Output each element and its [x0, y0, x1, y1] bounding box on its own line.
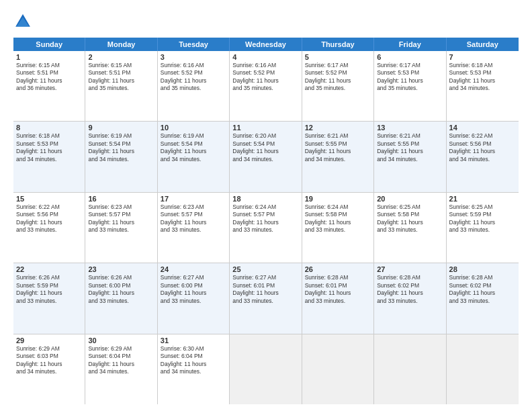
cell-info: Sunrise: 6:16 AMSunset: 5:52 PMDaylight:…: [161, 62, 226, 93]
day-number: 8: [16, 124, 82, 132]
calendar-cell-day-17: 17Sunrise: 6:23 AMSunset: 5:57 PMDayligh…: [158, 193, 230, 263]
calendar-week-2: 8Sunrise: 6:18 AMSunset: 5:53 PMDaylight…: [13, 122, 519, 192]
cell-info: Sunrise: 6:27 AMSunset: 6:00 PMDaylight:…: [161, 274, 226, 305]
cell-info: Sunrise: 6:18 AMSunset: 5:53 PMDaylight:…: [449, 62, 516, 93]
calendar-cell-day-14: 14Sunrise: 6:22 AMSunset: 5:56 PMDayligh…: [447, 122, 519, 191]
day-number: 11: [232, 124, 298, 132]
day-number: 14: [449, 124, 516, 132]
cell-info: Sunrise: 6:26 AMSunset: 6:00 PMDaylight:…: [88, 274, 154, 305]
calendar-cell-day-3: 3Sunrise: 6:16 AMSunset: 5:52 PMDaylight…: [158, 51, 230, 121]
calendar-cell-day-13: 13Sunrise: 6:21 AMSunset: 5:55 PMDayligh…: [374, 122, 446, 191]
calendar-cell-day-22: 22Sunrise: 6:26 AMSunset: 5:59 PMDayligh…: [13, 263, 85, 333]
cell-info: Sunrise: 6:15 AMSunset: 5:51 PMDaylight:…: [16, 62, 82, 93]
day-number: 1: [16, 53, 82, 61]
day-number: 25: [232, 265, 298, 273]
header-day-wednesday: Wednesday: [230, 38, 302, 51]
cell-info: Sunrise: 6:17 AMSunset: 5:53 PMDaylight:…: [377, 62, 443, 93]
cell-info: Sunrise: 6:19 AMSunset: 5:54 PMDaylight:…: [161, 132, 226, 163]
cell-info: Sunrise: 6:27 AMSunset: 6:01 PMDaylight:…: [232, 274, 298, 305]
day-number: 7: [449, 53, 516, 61]
day-number: 21: [449, 195, 516, 203]
day-number: 19: [305, 195, 371, 203]
cell-info: Sunrise: 6:24 AMSunset: 5:58 PMDaylight:…: [305, 203, 371, 234]
calendar-cell-day-15: 15Sunrise: 6:22 AMSunset: 5:56 PMDayligh…: [13, 193, 85, 263]
day-number: 3: [161, 53, 226, 61]
cell-info: Sunrise: 6:24 AMSunset: 5:57 PMDaylight:…: [232, 203, 298, 234]
calendar-cell-day-10: 10Sunrise: 6:19 AMSunset: 5:54 PMDayligh…: [158, 122, 230, 191]
empty-cell: [447, 334, 519, 404]
calendar-cell-day-9: 9Sunrise: 6:19 AMSunset: 5:54 PMDaylight…: [85, 122, 157, 191]
day-number: 16: [88, 195, 154, 203]
day-number: 2: [88, 53, 154, 61]
calendar-week-1: 1Sunrise: 6:15 AMSunset: 5:51 PMDaylight…: [13, 51, 519, 122]
calendar-cell-day-11: 11Sunrise: 6:20 AMSunset: 5:54 PMDayligh…: [230, 122, 302, 191]
cell-info: Sunrise: 6:25 AMSunset: 5:58 PMDaylight:…: [377, 203, 443, 234]
calendar-cell-day-5: 5Sunrise: 6:17 AMSunset: 5:52 PMDaylight…: [302, 51, 374, 121]
calendar-week-4: 22Sunrise: 6:26 AMSunset: 5:59 PMDayligh…: [13, 263, 519, 334]
calendar: SundayMondayTuesdayWednesdayThursdayFrid…: [13, 38, 519, 404]
calendar-cell-day-25: 25Sunrise: 6:27 AMSunset: 6:01 PMDayligh…: [230, 263, 302, 333]
cell-info: Sunrise: 6:22 AMSunset: 5:56 PMDaylight:…: [449, 132, 516, 163]
header-day-monday: Monday: [85, 38, 157, 51]
cell-info: Sunrise: 6:29 AMSunset: 6:03 PMDaylight:…: [16, 345, 82, 376]
day-number: 4: [232, 53, 298, 61]
calendar-cell-day-1: 1Sunrise: 6:15 AMSunset: 5:51 PMDaylight…: [13, 51, 85, 121]
day-number: 29: [16, 336, 82, 345]
cell-info: Sunrise: 6:28 AMSunset: 6:01 PMDaylight:…: [305, 274, 371, 305]
cell-info: Sunrise: 6:23 AMSunset: 5:57 PMDaylight:…: [88, 203, 154, 234]
day-number: 13: [377, 124, 443, 132]
calendar-week-5: 29Sunrise: 6:29 AMSunset: 6:03 PMDayligh…: [13, 334, 519, 404]
calendar-cell-day-8: 8Sunrise: 6:18 AMSunset: 5:53 PMDaylight…: [13, 122, 85, 191]
cell-info: Sunrise: 6:15 AMSunset: 5:51 PMDaylight:…: [88, 62, 154, 93]
calendar-cell-day-30: 30Sunrise: 6:29 AMSunset: 6:04 PMDayligh…: [85, 334, 157, 404]
calendar-cell-day-20: 20Sunrise: 6:25 AMSunset: 5:58 PMDayligh…: [374, 193, 446, 263]
calendar-week-3: 15Sunrise: 6:22 AMSunset: 5:56 PMDayligh…: [13, 193, 519, 263]
header-day-thursday: Thursday: [302, 38, 374, 51]
calendar-cell-day-16: 16Sunrise: 6:23 AMSunset: 5:57 PMDayligh…: [85, 193, 157, 263]
empty-cell: [230, 334, 302, 404]
calendar-cell-day-28: 28Sunrise: 6:28 AMSunset: 6:02 PMDayligh…: [447, 263, 519, 333]
header: [13, 12, 519, 31]
day-number: 20: [377, 195, 443, 203]
cell-info: Sunrise: 6:19 AMSunset: 5:54 PMDaylight:…: [88, 132, 154, 163]
calendar-cell-day-18: 18Sunrise: 6:24 AMSunset: 5:57 PMDayligh…: [230, 193, 302, 263]
calendar-cell-day-24: 24Sunrise: 6:27 AMSunset: 6:00 PMDayligh…: [158, 263, 230, 333]
cell-info: Sunrise: 6:30 AMSunset: 6:04 PMDaylight:…: [161, 345, 226, 376]
day-number: 17: [161, 195, 226, 203]
day-number: 24: [161, 265, 226, 273]
logo-icon: [13, 12, 32, 31]
calendar-cell-day-26: 26Sunrise: 6:28 AMSunset: 6:01 PMDayligh…: [302, 263, 374, 333]
day-number: 6: [377, 53, 443, 61]
calendar-page: SundayMondayTuesdayWednesdayThursdayFrid…: [0, 0, 532, 411]
cell-info: Sunrise: 6:21 AMSunset: 5:55 PMDaylight:…: [305, 132, 371, 163]
calendar-cell-day-21: 21Sunrise: 6:25 AMSunset: 5:59 PMDayligh…: [447, 193, 519, 263]
calendar-cell-day-7: 7Sunrise: 6:18 AMSunset: 5:53 PMDaylight…: [447, 51, 519, 121]
empty-cell: [302, 334, 374, 404]
day-number: 23: [88, 265, 154, 273]
day-number: 10: [161, 124, 226, 132]
day-number: 31: [161, 336, 226, 345]
header-day-tuesday: Tuesday: [158, 38, 230, 51]
day-number: 15: [16, 195, 82, 203]
logo: [13, 12, 35, 31]
empty-cell: [374, 334, 446, 404]
cell-info: Sunrise: 6:17 AMSunset: 5:52 PMDaylight:…: [305, 62, 371, 93]
cell-info: Sunrise: 6:21 AMSunset: 5:55 PMDaylight:…: [377, 132, 443, 163]
calendar-cell-day-19: 19Sunrise: 6:24 AMSunset: 5:58 PMDayligh…: [302, 193, 374, 263]
cell-info: Sunrise: 6:26 AMSunset: 5:59 PMDaylight:…: [16, 274, 82, 305]
calendar-cell-day-4: 4Sunrise: 6:16 AMSunset: 5:52 PMDaylight…: [230, 51, 302, 121]
calendar-body: 1Sunrise: 6:15 AMSunset: 5:51 PMDaylight…: [13, 51, 519, 404]
cell-info: Sunrise: 6:20 AMSunset: 5:54 PMDaylight:…: [232, 132, 298, 163]
header-day-saturday: Saturday: [447, 38, 519, 51]
calendar-cell-day-12: 12Sunrise: 6:21 AMSunset: 5:55 PMDayligh…: [302, 122, 374, 191]
day-number: 30: [88, 336, 154, 345]
cell-info: Sunrise: 6:22 AMSunset: 5:56 PMDaylight:…: [16, 203, 82, 234]
day-number: 18: [232, 195, 298, 203]
calendar-cell-day-23: 23Sunrise: 6:26 AMSunset: 6:00 PMDayligh…: [85, 263, 157, 333]
cell-info: Sunrise: 6:28 AMSunset: 6:02 PMDaylight:…: [449, 274, 516, 305]
day-number: 26: [305, 265, 371, 273]
cell-info: Sunrise: 6:29 AMSunset: 6:04 PMDaylight:…: [88, 345, 154, 376]
calendar-cell-day-6: 6Sunrise: 6:17 AMSunset: 5:53 PMDaylight…: [374, 51, 446, 121]
cell-info: Sunrise: 6:25 AMSunset: 5:59 PMDaylight:…: [449, 203, 516, 234]
cell-info: Sunrise: 6:23 AMSunset: 5:57 PMDaylight:…: [161, 203, 226, 234]
